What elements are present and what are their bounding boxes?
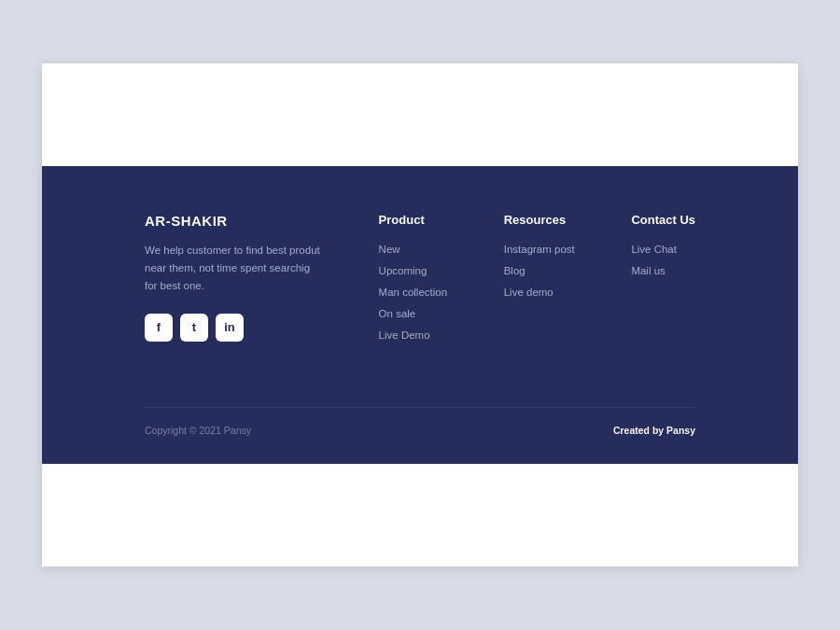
contact-column-title: Contact Us (631, 213, 695, 227)
brand-description: We help customer to find best produt nea… (145, 242, 322, 295)
contact-link-live-chat[interactable]: Live Chat (631, 244, 695, 255)
resources-link-instagram[interactable]: Instagram post (504, 244, 575, 255)
footer-section: AR-SHAKIR We help customer to find best … (42, 166, 798, 464)
twitter-icon[interactable]: t (180, 314, 208, 342)
resources-column: Resources Instagram post Blog Live demo (504, 213, 575, 308)
brand-name: AR-SHAKIR (145, 213, 322, 229)
contact-column: Contact Us Live Chat Mail us (631, 213, 695, 287)
created-by-prefix: Created by (613, 425, 666, 436)
facebook-icon[interactable]: f (145, 314, 173, 342)
contact-link-mail[interactable]: Mail us (631, 265, 695, 276)
copyright-text: Copyright © 2021 Pansy (145, 425, 251, 436)
product-link-on-sale[interactable]: On sale (379, 308, 448, 319)
product-link-man-collection[interactable]: Man collection (379, 287, 448, 298)
product-column-title: Product (379, 213, 448, 227)
footer-bottom: Copyright © 2021 Pansy Created by Pansy (145, 407, 695, 436)
resources-link-live-demo[interactable]: Live demo (504, 287, 575, 298)
product-link-live-demo[interactable]: Live Demo (379, 329, 448, 341)
product-link-new[interactable]: New (379, 244, 448, 255)
page-wrapper: AR-SHAKIR We help customer to find best … (42, 63, 798, 567)
resources-column-title: Resources (504, 213, 575, 227)
created-by-brand: Pansy (666, 425, 695, 436)
product-link-upcoming[interactable]: Upcoming (379, 265, 448, 276)
resources-link-blog[interactable]: Blog (504, 265, 575, 276)
created-by-text: Created by Pansy (613, 425, 695, 436)
footer-main: AR-SHAKIR We help customer to find best … (145, 213, 695, 351)
social-icons-container: f t in (145, 314, 322, 342)
bottom-white-section (42, 464, 798, 567)
linkedin-icon[interactable]: in (216, 314, 244, 342)
brand-column: AR-SHAKIR We help customer to find best … (145, 213, 322, 342)
top-white-section (42, 63, 798, 166)
product-column: Product New Upcoming Man collection On s… (379, 213, 448, 351)
